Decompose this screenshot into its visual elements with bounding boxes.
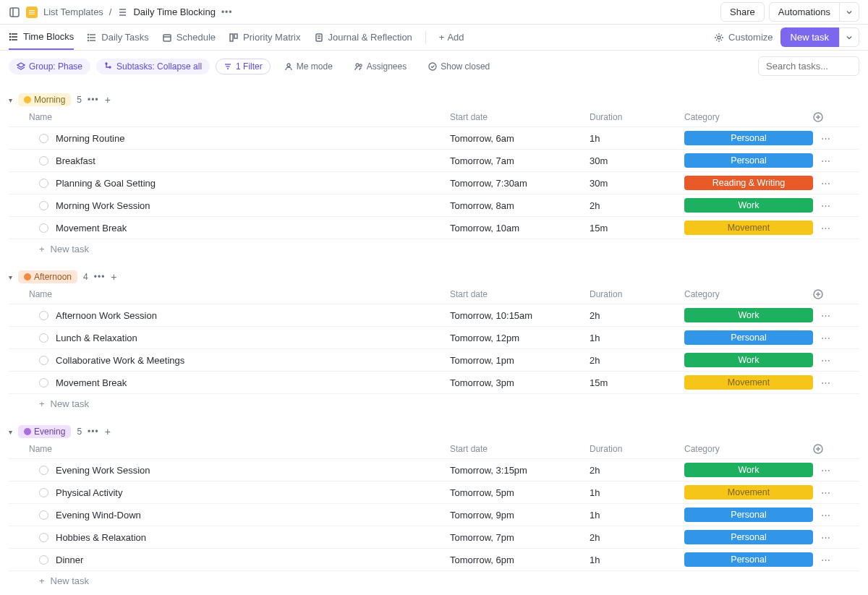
status-circle-icon[interactable] — [39, 156, 48, 166]
col-start[interactable]: Start date — [450, 289, 590, 299]
cell-duration[interactable]: 2h — [590, 200, 684, 211]
task-name[interactable]: Dinner — [56, 555, 83, 565]
cell-start[interactable]: Tomorrow, 7am — [450, 155, 590, 166]
status-circle-icon[interactable] — [39, 533, 48, 542]
group-add-icon[interactable]: + — [111, 271, 116, 283]
task-name[interactable]: Collaborative Work & Meetings — [56, 355, 184, 366]
col-name[interactable]: Name — [29, 289, 450, 299]
task-row[interactable]: Evening Work SessionTomorrow, 3:15pm2hWo… — [9, 459, 859, 481]
task-name[interactable]: Movement Break — [56, 223, 127, 234]
collapse-icon[interactable]: ▾ — [9, 273, 12, 281]
collapse-icon[interactable]: ▾ — [9, 96, 12, 104]
cell-category[interactable]: Personal — [684, 153, 813, 168]
show-closed-chip[interactable]: Show closed — [420, 59, 498, 74]
tab-schedule[interactable]: Schedule — [162, 25, 216, 50]
new-task-row[interactable]: +New task — [9, 394, 859, 414]
row-more-icon[interactable]: ⋯ — [813, 510, 835, 521]
subtasks-chip[interactable]: Subtasks: Collapse all — [96, 59, 210, 74]
cell-start[interactable]: Tomorrow, 3pm — [450, 377, 590, 388]
status-circle-icon[interactable] — [39, 378, 48, 388]
new-task-row[interactable]: +New task — [9, 239, 859, 259]
task-row[interactable]: Planning & Goal SettingTomorrow, 7:30am3… — [9, 172, 859, 194]
automations-button[interactable]: Automations — [769, 2, 840, 22]
task-row[interactable]: Hobbies & RelaxationTomorrow, 7pm2hPerso… — [9, 526, 859, 549]
cell-duration[interactable]: 2h — [590, 355, 684, 366]
cell-start[interactable]: Tomorrow, 6pm — [450, 555, 590, 565]
cell-category[interactable]: Personal — [684, 330, 813, 345]
task-row[interactable]: DinnerTomorrow, 6pm1hPersonal⋯ — [9, 549, 859, 571]
status-circle-icon[interactable] — [39, 555, 48, 565]
phase-pill[interactable]: Afternoon — [18, 270, 77, 283]
task-name[interactable]: Hobbies & Relaxation — [56, 532, 146, 543]
task-row[interactable]: Afternoon Work SessionTomorrow, 10:15am2… — [9, 304, 859, 327]
col-category[interactable]: Category — [684, 289, 813, 299]
task-name[interactable]: Movement Break — [56, 377, 127, 388]
task-name[interactable]: Morning Work Session — [56, 200, 150, 211]
task-name[interactable]: Morning Routine — [56, 133, 124, 144]
row-more-icon[interactable]: ⋯ — [813, 223, 835, 234]
status-circle-icon[interactable] — [39, 179, 48, 188]
task-name[interactable]: Afternoon Work Session — [56, 310, 157, 321]
new-task-caret[interactable] — [839, 27, 859, 47]
task-row[interactable]: Evening Wind-DownTomorrow, 9pm1hPersonal… — [9, 504, 859, 526]
cell-duration[interactable]: 15m — [590, 377, 684, 388]
task-row[interactable]: Morning RoutineTomorrow, 6am1hPersonal⋯ — [9, 127, 859, 150]
cell-duration[interactable]: 2h — [590, 310, 684, 321]
cell-duration[interactable]: 30m — [590, 155, 684, 166]
task-row[interactable]: Physical ActivityTomorrow, 5pm1hMovement… — [9, 481, 859, 504]
status-circle-icon[interactable] — [39, 333, 48, 343]
cell-start[interactable]: Tomorrow, 3:15pm — [450, 465, 590, 476]
status-circle-icon[interactable] — [39, 223, 48, 233]
tab-priority-matrix[interactable]: Priority Matrix — [229, 25, 300, 50]
search-input[interactable] — [758, 56, 859, 76]
cell-duration[interactable]: 1h — [590, 555, 684, 565]
tab-journal[interactable]: Journal & Reflection — [314, 25, 412, 50]
group-more-icon[interactable]: ••• — [88, 427, 99, 437]
cell-category[interactable]: Work — [684, 463, 813, 477]
task-row[interactable]: Collaborative Work & MeetingsTomorrow, 1… — [9, 349, 859, 372]
cell-category[interactable]: Movement — [684, 485, 813, 500]
cell-duration[interactable]: 2h — [590, 532, 684, 543]
col-category[interactable]: Category — [684, 112, 813, 122]
status-circle-icon[interactable] — [39, 311, 48, 320]
status-circle-icon[interactable] — [39, 134, 48, 143]
row-more-icon[interactable]: ⋯ — [813, 178, 835, 189]
tab-time-blocks[interactable]: Time Blocks — [9, 25, 74, 50]
row-more-icon[interactable]: ⋯ — [813, 333, 835, 343]
cell-category[interactable]: Personal — [684, 552, 813, 567]
group-add-icon[interactable]: + — [105, 94, 111, 106]
task-name[interactable]: Breakfast — [56, 155, 95, 166]
row-more-icon[interactable]: ⋯ — [813, 555, 835, 565]
task-row[interactable]: Morning Work SessionTomorrow, 8am2hWork⋯ — [9, 194, 859, 217]
task-row[interactable]: BreakfastTomorrow, 7am30mPersonal⋯ — [9, 150, 859, 172]
task-name[interactable]: Evening Wind-Down — [56, 510, 141, 521]
cell-category[interactable]: Personal — [684, 508, 813, 522]
cell-start[interactable]: Tomorrow, 9pm — [450, 510, 590, 521]
new-task-button[interactable]: New task — [780, 27, 839, 47]
cell-duration[interactable]: 15m — [590, 223, 684, 234]
task-row[interactable]: Lunch & RelaxationTomorrow, 12pm1hPerson… — [9, 327, 859, 349]
row-more-icon[interactable]: ⋯ — [813, 355, 835, 366]
cell-start[interactable]: Tomorrow, 10am — [450, 223, 590, 234]
task-name[interactable]: Planning & Goal Setting — [56, 178, 156, 189]
cell-start[interactable]: Tomorrow, 5pm — [450, 487, 590, 498]
cell-category[interactable]: Work — [684, 353, 813, 367]
add-column-icon[interactable] — [813, 289, 835, 299]
phase-pill[interactable]: Evening — [18, 425, 71, 438]
add-column-icon[interactable] — [813, 112, 835, 122]
cell-start[interactable]: Tomorrow, 7:30am — [450, 178, 590, 189]
tab-daily-tasks[interactable]: Daily Tasks — [87, 25, 149, 50]
sidebar-toggle-icon[interactable] — [9, 7, 20, 18]
cell-category[interactable]: Movement — [684, 221, 813, 235]
cell-category[interactable]: Reading & Writing — [684, 176, 813, 190]
status-circle-icon[interactable] — [39, 356, 48, 365]
cell-start[interactable]: Tomorrow, 6am — [450, 133, 590, 144]
cell-duration[interactable]: 1h — [590, 133, 684, 144]
status-circle-icon[interactable] — [39, 510, 48, 520]
status-circle-icon[interactable] — [39, 488, 48, 497]
customize-button[interactable]: Customize — [714, 32, 773, 43]
collapse-icon[interactable]: ▾ — [9, 428, 12, 436]
task-name[interactable]: Evening Work Session — [56, 465, 150, 476]
group-chip[interactable]: Group: Phase — [9, 59, 90, 74]
col-name[interactable]: Name — [29, 112, 450, 122]
